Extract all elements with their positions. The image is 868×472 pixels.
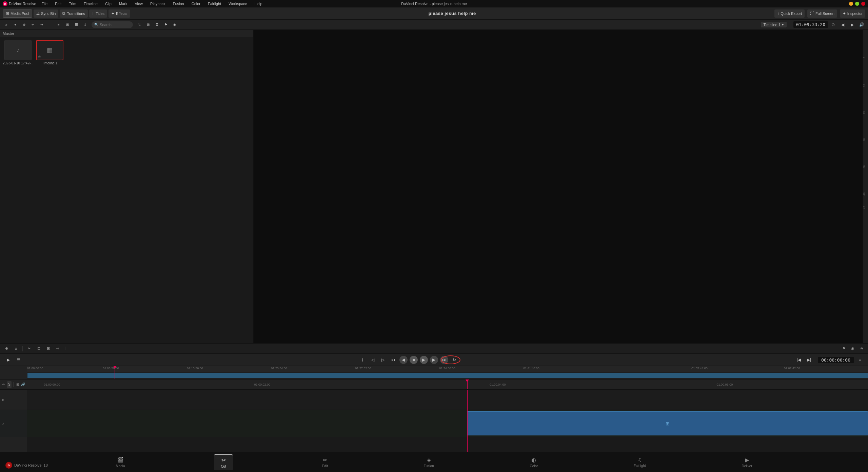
transport-loop-icon[interactable]: ↻ [450,356,458,364]
menu-fusion[interactable]: Fusion [172,1,185,6]
cut-tab-label: Cut [221,465,226,468]
menu-color[interactable]: Color [190,1,202,6]
view-grid-icon[interactable]: ⊞ [64,21,71,28]
quick-export-button[interactable]: ↑ Quick Export [774,9,805,18]
sort-icon[interactable]: ⇅ [136,21,143,28]
transport-go-start-icon[interactable]: |◀ [795,356,803,364]
overview-right-panel[interactable]: 01:00:00:00 01:06:59:00 01:13:56:00 01:2… [27,366,868,379]
view-filmstrip-icon[interactable]: ☰ [73,21,80,28]
transport-go-end-icon[interactable]: ▶| [805,356,813,364]
bottom-tabs: D DaVinci Resolve 18 🎬 Media ✂ Cut ✏ Edi… [0,452,868,472]
list-item[interactable]: ▦ ⏱ Timeline 1 [36,40,63,65]
transport-step-back-icon[interactable]: ◀ [399,356,408,364]
menu-timeline[interactable]: Timeline [82,1,99,6]
audio-track-lane[interactable]: ⊞ [27,410,868,437]
sub-btn-2[interactable]: ▼ [12,21,19,28]
menu-help[interactable]: Help [253,1,264,6]
transport-play-icon[interactable]: ▶ [420,356,428,364]
sync-bin-icon: ⇄ [36,11,40,16]
tab-fairlight[interactable]: ♫ Fairlight [627,455,653,470]
menu-workspace[interactable]: Workspace [227,1,249,6]
tab-fusion[interactable]: ◈ Fusion [417,455,441,470]
flag-icon[interactable]: ⚑ [162,21,170,28]
clip-align-icon[interactable]: ⧆ [12,345,20,352]
trim-icon[interactable]: ⊡ [35,345,42,352]
effects-icon: ✦ [111,11,115,16]
clip-color-icon[interactable]: ◉ [171,21,178,28]
menu-file[interactable]: File [40,1,49,6]
track-tools-header: ✏ S ⊞ 🔗 [0,379,27,390]
menu-fairlight[interactable]: Fairlight [206,1,222,6]
tab-media[interactable]: 🎬 Media [109,455,132,470]
menu-trim[interactable]: Trim [67,1,78,6]
tab-color[interactable]: ◐ Color [523,455,545,470]
transport-arrow-icon[interactable]: ▶ [4,356,12,364]
video-track-lane[interactable] [27,390,868,410]
add-track-icon[interactable]: ⊕ [3,345,10,352]
titles-button[interactable]: T Titles [89,9,107,18]
preview-panel: 5 10 15 20 30 40 45 [254,30,868,343]
timeline-selector[interactable]: Timeline 1 ▾ [761,22,787,27]
insert-icon[interactable]: ⊣ [54,345,61,352]
sub-btn-3[interactable]: ⊕ [20,21,28,28]
audio-icon[interactable]: ◀ [839,21,846,28]
color-wheels-icon[interactable]: ⊙ [829,21,837,28]
sync-bin-button[interactable]: ⇄ Sync Bin [34,9,58,18]
media-pool-panel: Master ♪ 2023-01-10 17:42-... ▦ ⏱ Timeli… [0,30,254,343]
transport-backward-icon[interactable]: ◁ [369,356,377,364]
close-button[interactable] [861,2,865,6]
menu-view[interactable]: View [133,1,144,6]
transitions-button[interactable]: ⧉ Transitions [60,9,87,18]
tab-deliver[interactable]: ▶ Deliver [735,455,759,470]
snap-icon[interactable]: ⊞ [15,381,20,388]
transport-prev-icon[interactable]: ⟨ [359,356,367,364]
razor-icon[interactable]: ✂ [25,345,33,352]
inspector-button[interactable]: ✦ Inspector [840,9,865,18]
crop-icon[interactable]: ⊞ [44,345,52,352]
media-pool-button[interactable]: ⊞ Media Pool [3,9,32,18]
append-icon[interactable]: ⊢ [63,345,71,352]
sub-btn-4[interactable]: ↩ [29,21,37,28]
search-box: 🔍 [92,21,133,28]
transport-stop-icon[interactable]: ■ [410,356,418,364]
settings-icon[interactable]: ▶ [848,21,856,28]
project-title: please jesus help me [132,11,773,16]
search-input[interactable] [100,23,130,27]
meta-icon[interactable]: ≣ [153,21,161,28]
link-icon[interactable]: 🔗 [21,381,25,388]
transport-menu-icon[interactable]: ≡ [856,356,864,364]
sub-btn-5[interactable]: ↪ [38,21,45,28]
transport-skip-start-icon[interactable]: ⏮ [389,356,397,364]
flag-clip-icon[interactable]: ⚑ [840,345,848,352]
list-item[interactable]: ♪ 2023-01-10 17:42-... [3,40,34,65]
sub-btn-1[interactable]: ↙ [3,21,10,28]
menu-edit[interactable]: Edit [54,1,63,6]
media-thumb-timeline: ▦ ⏱ [36,40,63,60]
transport-skip-end-icon[interactable]: ⏭ [440,356,448,364]
cut-tab-icon: ✂ [221,457,226,464]
menu-clip[interactable]: Clip [104,1,113,6]
color-clip-icon[interactable]: ◉ [849,345,856,352]
view-info-icon[interactable]: ℹ [81,21,89,28]
overview-time-4: 01:27:52:00 [355,367,371,370]
tab-edit[interactable]: ✏ Edit [315,455,335,470]
transport-step-fwd-icon[interactable]: ▶ [430,356,438,364]
transport-list-icon[interactable]: ☰ [14,356,22,364]
menu-playback[interactable]: Playback [149,1,167,6]
tab-cut[interactable]: ✂ Cut [214,454,233,470]
edit-mode-icon[interactable]: ✏ [1,381,6,388]
effects-button[interactable]: ✦ Effects [108,9,130,18]
maximize-button[interactable] [855,2,859,6]
audio-clip[interactable]: ⊞ [467,411,868,435]
filter-icon[interactable]: ⊞ [144,21,152,28]
app-icon: D [3,1,7,6]
waveform-icon[interactable]: ≋ [858,345,865,352]
full-screen-button[interactable]: ⛶ Full Screen [807,9,837,18]
minimize-button[interactable] [849,2,853,6]
menu-mark[interactable]: Mark [118,1,129,6]
speaker-icon[interactable]: 🔊 [858,21,865,28]
view-list-icon[interactable]: ≡ [55,21,62,28]
transport-forward-icon[interactable]: ▷ [379,356,387,364]
inspector-icon: ✦ [843,11,846,16]
select-mode-icon[interactable]: S [7,381,12,388]
